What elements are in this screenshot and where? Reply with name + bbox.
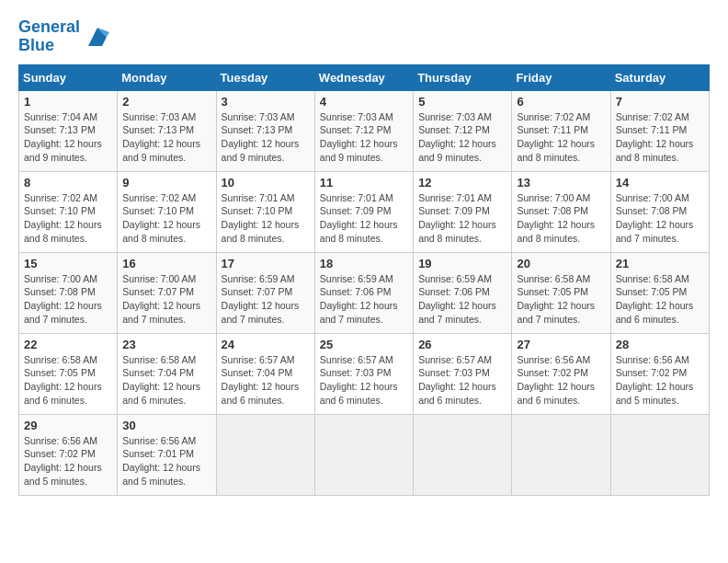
day-cell-21: 21 Sunrise: 6:58 AM Sunset: 7:05 PM Dayl… (610, 252, 709, 333)
sunset-text: Sunset: 7:13 PM (222, 123, 310, 137)
daylight-text: Daylight: 12 hours and 8 minutes. (517, 218, 605, 245)
day-detail: Sunrise: 6:56 AM Sunset: 7:02 PM Dayligh… (517, 353, 605, 408)
day-cell-25: 25 Sunrise: 6:57 AM Sunset: 7:03 PM Dayl… (314, 333, 413, 414)
day-detail: Sunrise: 7:00 AM Sunset: 7:08 PM Dayligh… (24, 272, 112, 327)
day-detail: Sunrise: 7:03 AM Sunset: 7:13 PM Dayligh… (122, 110, 210, 165)
calendar-week-4: 22 Sunrise: 6:58 AM Sunset: 7:05 PM Dayl… (19, 333, 710, 414)
sunrise-text: Sunrise: 6:56 AM (24, 434, 112, 448)
sunrise-text: Sunrise: 7:03 AM (320, 110, 408, 124)
day-cell-29: 29 Sunrise: 6:56 AM Sunset: 7:02 PM Dayl… (19, 414, 118, 495)
sunset-text: Sunset: 7:08 PM (616, 204, 704, 218)
day-cell-3: 3 Sunrise: 7:03 AM Sunset: 7:13 PM Dayli… (216, 90, 314, 171)
day-cell-9: 9 Sunrise: 7:02 AM Sunset: 7:10 PM Dayli… (118, 171, 216, 252)
daylight-text: Daylight: 12 hours and 9 minutes. (222, 137, 310, 164)
day-cell-16: 16 Sunrise: 7:00 AM Sunset: 7:07 PM Dayl… (118, 252, 216, 333)
day-header-wednesday: Wednesday (314, 64, 413, 90)
day-number: 10 (222, 176, 310, 190)
calendar-body: 1 Sunrise: 7:04 AM Sunset: 7:13 PM Dayli… (19, 90, 710, 495)
sunset-text: Sunset: 7:10 PM (222, 204, 310, 218)
day-number: 13 (517, 176, 605, 190)
sunset-text: Sunset: 7:06 PM (418, 285, 506, 299)
daylight-text: Daylight: 12 hours and 5 minutes. (24, 461, 112, 488)
day-number: 25 (320, 338, 408, 351)
day-header-sunday: Sunday (19, 64, 118, 90)
sunrise-text: Sunrise: 7:03 AM (122, 110, 210, 124)
daylight-text: Daylight: 12 hours and 8 minutes. (616, 137, 704, 164)
sunset-text: Sunset: 7:12 PM (418, 123, 506, 137)
day-number: 17 (222, 257, 310, 270)
day-detail: Sunrise: 7:00 AM Sunset: 7:08 PM Dayligh… (517, 191, 605, 246)
sunrise-text: Sunrise: 6:59 AM (320, 272, 408, 286)
daylight-text: Daylight: 12 hours and 9 minutes. (418, 137, 506, 164)
day-number: 21 (616, 257, 704, 270)
empty-cell (216, 414, 314, 495)
daylight-text: Daylight: 12 hours and 6 minutes. (222, 380, 310, 407)
page-header: General Blue (18, 18, 710, 55)
daylight-text: Daylight: 12 hours and 8 minutes. (222, 218, 310, 245)
daylight-text: Daylight: 12 hours and 7 minutes. (418, 299, 506, 326)
day-detail: Sunrise: 7:02 AM Sunset: 7:10 PM Dayligh… (122, 191, 210, 246)
day-detail: Sunrise: 6:58 AM Sunset: 7:05 PM Dayligh… (24, 353, 112, 408)
day-number: 19 (418, 257, 506, 270)
sunset-text: Sunset: 7:04 PM (222, 366, 310, 380)
day-header-thursday: Thursday (414, 64, 512, 90)
day-cell-20: 20 Sunrise: 6:58 AM Sunset: 7:05 PM Dayl… (512, 252, 610, 333)
sunrise-text: Sunrise: 6:59 AM (418, 272, 506, 286)
sunset-text: Sunset: 7:11 PM (517, 123, 605, 137)
sunrise-text: Sunrise: 7:01 AM (222, 191, 310, 205)
sunrise-text: Sunrise: 7:04 AM (24, 110, 112, 124)
day-number: 28 (616, 338, 704, 351)
day-number: 20 (517, 257, 605, 270)
calendar-week-5: 29 Sunrise: 6:56 AM Sunset: 7:02 PM Dayl… (19, 414, 710, 495)
daylight-text: Daylight: 12 hours and 6 minutes. (418, 380, 506, 407)
day-detail: Sunrise: 6:59 AM Sunset: 7:06 PM Dayligh… (320, 272, 408, 327)
sunset-text: Sunset: 7:09 PM (320, 204, 408, 218)
day-cell-17: 17 Sunrise: 6:59 AM Sunset: 7:07 PM Dayl… (216, 252, 314, 333)
sunrise-text: Sunrise: 6:58 AM (24, 353, 112, 367)
sunrise-text: Sunrise: 6:57 AM (418, 353, 506, 367)
day-cell-23: 23 Sunrise: 6:58 AM Sunset: 7:04 PM Dayl… (118, 333, 216, 414)
daylight-text: Daylight: 12 hours and 6 minutes. (122, 380, 210, 407)
day-number: 6 (517, 95, 605, 109)
sunrise-text: Sunrise: 7:00 AM (517, 191, 605, 205)
sunrise-text: Sunrise: 7:02 AM (24, 191, 112, 205)
day-number: 11 (320, 176, 408, 190)
daylight-text: Daylight: 12 hours and 8 minutes. (24, 218, 112, 245)
sunset-text: Sunset: 7:02 PM (616, 366, 704, 380)
sunrise-text: Sunrise: 6:57 AM (320, 353, 408, 367)
day-cell-18: 18 Sunrise: 6:59 AM Sunset: 7:06 PM Dayl… (314, 252, 413, 333)
day-cell-6: 6 Sunrise: 7:02 AM Sunset: 7:11 PM Dayli… (512, 90, 610, 171)
sunrise-text: Sunrise: 6:57 AM (222, 353, 310, 367)
calendar-week-2: 8 Sunrise: 7:02 AM Sunset: 7:10 PM Dayli… (19, 171, 710, 252)
day-cell-22: 22 Sunrise: 6:58 AM Sunset: 7:05 PM Dayl… (19, 333, 118, 414)
day-detail: Sunrise: 6:58 AM Sunset: 7:04 PM Dayligh… (122, 353, 210, 408)
day-detail: Sunrise: 7:03 AM Sunset: 7:12 PM Dayligh… (418, 110, 506, 165)
day-number: 5 (418, 95, 506, 109)
day-detail: Sunrise: 7:04 AM Sunset: 7:13 PM Dayligh… (24, 110, 112, 165)
day-number: 18 (320, 257, 408, 270)
day-cell-28: 28 Sunrise: 6:56 AM Sunset: 7:02 PM Dayl… (610, 333, 709, 414)
calendar-week-3: 15 Sunrise: 7:00 AM Sunset: 7:08 PM Dayl… (19, 252, 710, 333)
sunrise-text: Sunrise: 7:03 AM (418, 110, 506, 124)
sunset-text: Sunset: 7:10 PM (24, 204, 112, 218)
day-number: 26 (418, 338, 506, 351)
sunset-text: Sunset: 7:02 PM (24, 447, 112, 461)
day-detail: Sunrise: 7:01 AM Sunset: 7:09 PM Dayligh… (320, 191, 408, 246)
day-number: 12 (418, 176, 506, 190)
sunset-text: Sunset: 7:11 PM (616, 123, 704, 137)
day-cell-26: 26 Sunrise: 6:57 AM Sunset: 7:03 PM Dayl… (414, 333, 512, 414)
sunset-text: Sunset: 7:07 PM (122, 285, 210, 299)
logo-text-general: General (18, 17, 80, 36)
sunset-text: Sunset: 7:04 PM (122, 366, 210, 380)
day-detail: Sunrise: 7:03 AM Sunset: 7:13 PM Dayligh… (222, 110, 310, 165)
daylight-text: Daylight: 12 hours and 5 minutes. (616, 380, 704, 407)
day-cell-27: 27 Sunrise: 6:56 AM Sunset: 7:02 PM Dayl… (512, 333, 610, 414)
day-detail: Sunrise: 7:00 AM Sunset: 7:08 PM Dayligh… (616, 191, 704, 246)
daylight-text: Daylight: 12 hours and 5 minutes. (122, 461, 210, 488)
day-cell-10: 10 Sunrise: 7:01 AM Sunset: 7:10 PM Dayl… (216, 171, 314, 252)
day-number: 4 (320, 95, 408, 109)
sunrise-text: Sunrise: 7:02 AM (616, 110, 704, 124)
daylight-text: Daylight: 12 hours and 8 minutes. (517, 137, 605, 164)
sunset-text: Sunset: 7:13 PM (24, 123, 112, 137)
sunrise-text: Sunrise: 7:02 AM (122, 191, 210, 205)
